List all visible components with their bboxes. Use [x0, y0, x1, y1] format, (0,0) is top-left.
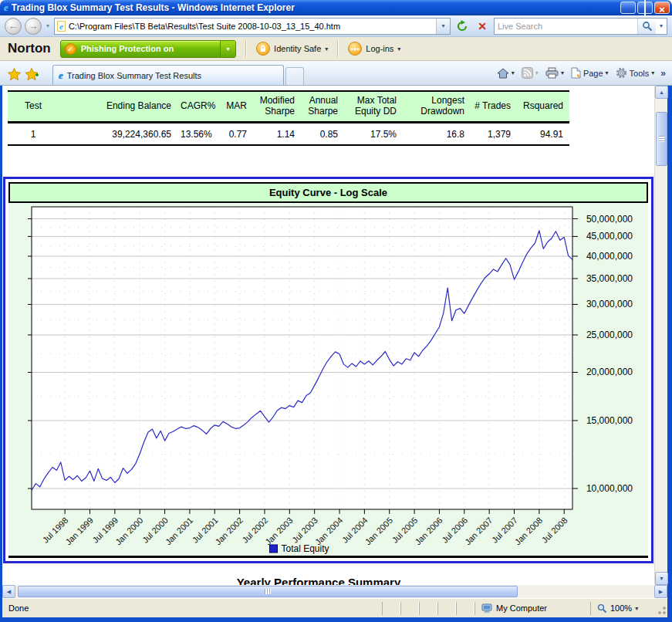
y-axis-label: 10,000,000	[586, 483, 633, 494]
y-axis-label: 35,000,000	[586, 273, 633, 284]
page-icon	[571, 67, 581, 79]
close-button[interactable]: ×	[654, 2, 670, 14]
search-icon	[642, 21, 653, 32]
table-cell: 0.85	[301, 122, 344, 145]
scroll-right-button[interactable]: ▶	[654, 585, 667, 598]
x-axis-label: Jan 2003	[263, 516, 294, 546]
table-cell: 0.77	[218, 122, 253, 145]
status-panel	[400, 602, 419, 615]
legend-label: Total Equity	[282, 543, 329, 554]
window-border-bottom	[0, 617, 672, 622]
stop-button[interactable]: ✕	[474, 18, 491, 35]
stop-icon: ✕	[478, 20, 487, 32]
vertical-scroll-thumb[interactable]	[656, 112, 667, 166]
close-icon: ×	[659, 4, 665, 15]
status-panel	[456, 602, 474, 615]
home-button[interactable]: ▾	[495, 66, 517, 80]
column-header: Annual Sharpe	[301, 91, 344, 122]
results-header-row: TestEnding BalanceCAGR%MARModified Sharp…	[8, 91, 569, 122]
my-computer-icon	[481, 603, 492, 614]
rss-feed-icon	[522, 67, 533, 79]
table-cell: 94.91	[517, 122, 569, 145]
y-axis-label: 15,000,000	[586, 415, 633, 426]
horizontal-scrollbar[interactable]: ◀ ▶	[2, 585, 667, 598]
x-axis-label: Jul 2008	[540, 516, 569, 545]
column-header: CAGR%	[177, 91, 218, 122]
scroll-down-button[interactable]: ▼	[655, 572, 668, 585]
address-dropdown-button[interactable]: ▾	[436, 19, 450, 34]
horizontal-scroll-thumb[interactable]	[18, 586, 518, 597]
maximize-button[interactable]	[637, 2, 653, 14]
feeds-button[interactable]: ▾	[519, 66, 541, 80]
x-axis-label: Jan 2000	[113, 516, 144, 546]
favorites-center-button[interactable]	[5, 64, 23, 84]
x-axis-label: Jan 2008	[513, 516, 544, 546]
y-axis-label: 40,000,000	[586, 251, 633, 262]
back-button[interactable]: ←	[5, 18, 22, 35]
printer-icon	[545, 67, 559, 79]
add-favorite-button[interactable]	[23, 64, 42, 84]
status-panel	[437, 602, 456, 615]
ie-logo-icon: e	[4, 2, 8, 14]
identity-safe-dropdown: ▾	[325, 46, 328, 52]
tools-menu-button[interactable]: Tools ▾	[613, 66, 657, 80]
column-header: Max Total Equity DD	[344, 91, 403, 122]
x-axis-label: Jan 2001	[164, 516, 194, 546]
y-axis-label: 30,000,000	[586, 299, 633, 309]
print-button[interactable]: ▾	[543, 66, 566, 80]
y-axis-label: 20,000,000	[586, 367, 633, 377]
vertical-scrollbar[interactable]: ▲ ▼	[654, 86, 667, 585]
page-label: Page	[583, 69, 603, 78]
zoom-control[interactable]: 100% ▾	[590, 602, 657, 615]
table-cell: 1	[8, 122, 62, 145]
recent-pages-dropdown[interactable]: ▾	[46, 22, 49, 29]
page-content: TestEnding BalanceCAGR%MARModified Sharp…	[2, 86, 654, 585]
x-axis-label: Jan 1999	[63, 516, 94, 546]
equity-curve-chart: 50,000,00045,000,00040,000,00035,000,000…	[8, 203, 648, 558]
zoom-level: 100%	[610, 603, 632, 613]
phishing-dropdown[interactable]: ▾	[220, 41, 235, 57]
scroll-left-button[interactable]: ◀	[2, 585, 15, 598]
status-panel	[382, 602, 400, 615]
column-header: Ending Balance	[62, 91, 177, 122]
address-toolbar: ← → ▾ e ▾ ✕ ▾	[0, 15, 672, 37]
toolbar-separator	[337, 40, 339, 57]
new-tab-button[interactable]	[285, 67, 304, 85]
search-field: ▾	[494, 18, 667, 35]
status-text: Done	[2, 603, 382, 613]
search-go-button[interactable]	[637, 19, 656, 34]
table-cell: 39,224,360.65	[62, 122, 177, 145]
forward-button[interactable]: →	[25, 18, 42, 35]
refresh-button[interactable]	[454, 18, 471, 35]
table-cell: 1.14	[253, 122, 301, 145]
logins-label: Log-ins	[366, 44, 393, 53]
column-header: Rsquared	[517, 91, 569, 122]
x-axis-label: Jan 2004	[313, 516, 344, 546]
logins-button[interactable]: *** Log-ins ▾	[348, 42, 400, 56]
norton-toolbar: Norton ✓ Phishing Protection on ▾ Identi…	[0, 37, 672, 61]
security-zone-panel: My Computer	[474, 602, 590, 615]
results-table: TestEnding BalanceCAGR%MARModified Sharp…	[8, 90, 569, 146]
minimize-button[interactable]	[620, 2, 636, 14]
y-axis-label: 25,000,000	[586, 330, 633, 340]
equity-curve-section: Equity Curve - Log Scale 50,000,00045,00…	[3, 177, 653, 563]
search-input[interactable]	[495, 22, 637, 31]
scroll-up-button[interactable]: ▲	[655, 86, 668, 99]
gear-icon	[616, 67, 627, 79]
tab-trading-blox-results[interactable]: e Trading Blox Summary Test Results	[52, 65, 284, 85]
column-header: Modified Sharpe	[253, 91, 301, 122]
toolbar-overflow-button[interactable]: »	[659, 68, 667, 79]
column-header: # Trades	[471, 91, 517, 122]
identity-safe-button[interactable]: Identity Safe ▾	[256, 42, 328, 56]
address-input[interactable]	[69, 22, 436, 31]
phishing-protection-button[interactable]: ✓ Phishing Protection on ▾	[60, 40, 236, 58]
table-cell: 13.56%	[177, 122, 218, 145]
x-axis-label: Jan 2006	[413, 516, 444, 546]
toolbar-separator	[245, 40, 247, 57]
page-menu-button[interactable]: Page ▾	[569, 66, 611, 80]
legend-swatch	[270, 545, 278, 553]
star-icon	[8, 68, 21, 81]
resize-grip[interactable]	[657, 602, 667, 617]
window-title: Trading Blox Summary Test Results - Wind…	[12, 2, 620, 13]
search-options-dropdown[interactable]: ▾	[656, 22, 667, 29]
